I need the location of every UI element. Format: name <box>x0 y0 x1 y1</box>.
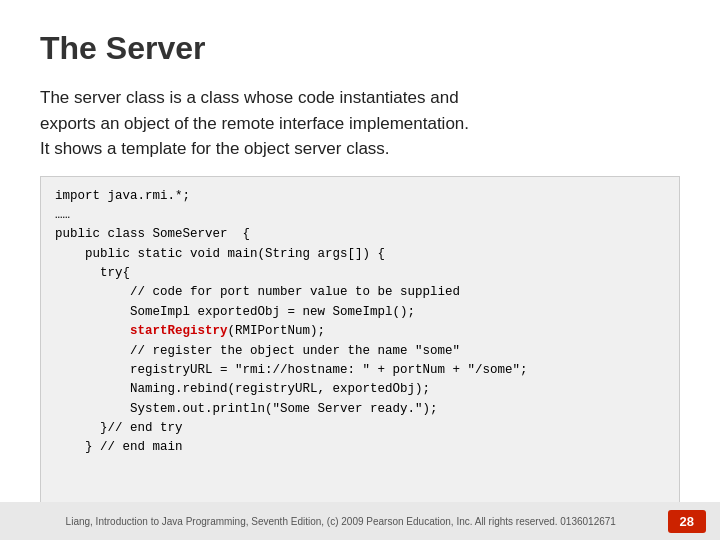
code-line-4: public static void main(String args[]) { <box>55 245 665 264</box>
footer-text: Liang, Introduction to Java Programming,… <box>14 516 668 527</box>
code-line-5: try{ <box>55 264 665 283</box>
code-line-8: startRegistry(RMIPortNum); <box>55 322 665 341</box>
slide-title: The Server <box>40 30 680 67</box>
code-line-11: Naming.rebind(registryURL, exportedObj); <box>55 380 665 399</box>
code-line-1: import java.rmi.*; <box>55 187 665 206</box>
code-line-7: SomeImpl exportedObj = new SomeImpl(); <box>55 303 665 322</box>
code-line-9: // register the object under the name "s… <box>55 342 665 361</box>
code-line-14: } // end main <box>55 438 665 457</box>
code-line-12: System.out.println("Some Server ready.")… <box>55 400 665 419</box>
code-line-3: public class SomeServer { <box>55 225 665 244</box>
code-highlight-startRegistry: startRegistry <box>130 324 228 338</box>
code-line-6: // code for port number value to be supp… <box>55 283 665 302</box>
slide-container: The Server The server class is a class w… <box>0 0 720 540</box>
code-line-2: …… <box>55 206 665 225</box>
footer: Liang, Introduction to Java Programming,… <box>0 502 720 540</box>
code-block: import java.rmi.*; …… public class SomeS… <box>40 176 680 521</box>
footer-page-number: 28 <box>668 510 706 533</box>
slide-body-text: The server class is a class whose code i… <box>40 85 680 162</box>
code-line-10: registryURL = "rmi://hostname: " + portN… <box>55 361 665 380</box>
code-line-13: }// end try <box>55 419 665 438</box>
body-line-3: It shows a template for the object serve… <box>40 139 390 158</box>
body-line-1: The server class is a class whose code i… <box>40 88 459 107</box>
body-line-2: exports an object of the remote interfac… <box>40 114 469 133</box>
